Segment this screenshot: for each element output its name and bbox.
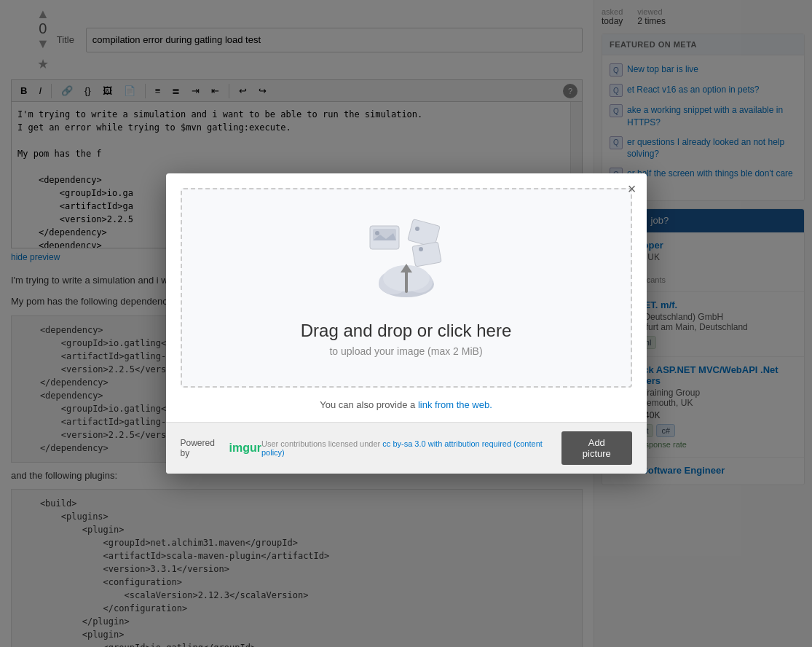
modal-link-section: You can also provide a link from the web… [166, 388, 647, 422]
link-from-web[interactable]: link from the web. [418, 399, 492, 410]
svg-point-5 [415, 227, 419, 231]
powered-by-text: Powered by [181, 438, 225, 458]
svg-rect-6 [411, 242, 441, 267]
drop-subtitle: to upload your image (max 2 MiB) [197, 345, 616, 357]
svg-point-7 [419, 247, 423, 251]
modal-overlay[interactable]: × [0, 0, 812, 647]
upload-icon-wrapper [197, 219, 616, 306]
modal-close-button[interactable]: × [628, 181, 636, 197]
add-picture-button[interactable]: Add picture [561, 431, 631, 465]
upload-modal: × [166, 173, 647, 474]
imgur-logo: Powered by imgur [181, 438, 262, 458]
drop-area[interactable]: Drag and drop or click here to upload yo… [181, 188, 632, 388]
svg-point-2 [375, 231, 379, 235]
upload-illustration [348, 219, 465, 306]
imgur-brand: imgur [229, 442, 261, 455]
drop-title: Drag and drop or click here [197, 321, 616, 341]
footer-license: User contributions licensed under cc by-… [261, 439, 561, 457]
link-text: You can also provide a [320, 399, 415, 410]
modal-footer: Powered by imgur User contributions lice… [166, 422, 647, 474]
